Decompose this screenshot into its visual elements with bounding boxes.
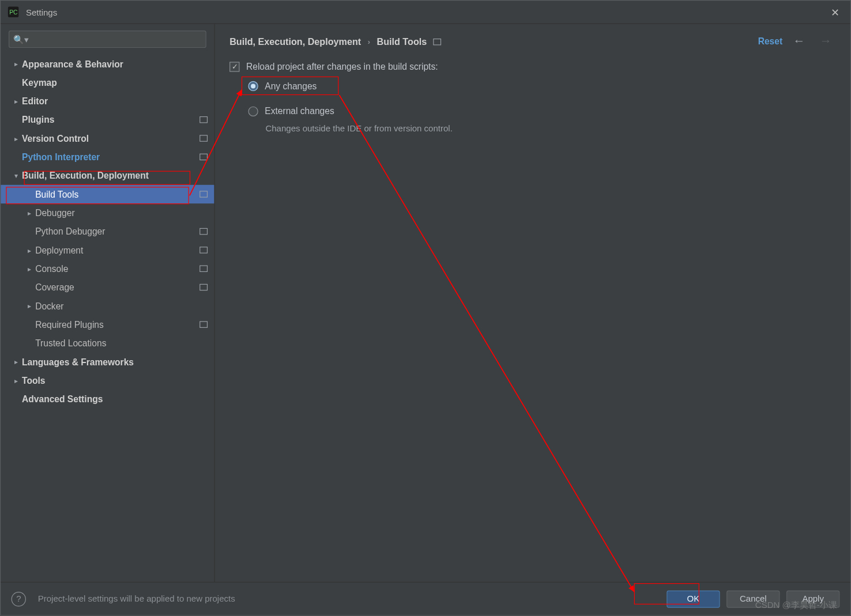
forward-icon: →	[816, 35, 836, 48]
breadcrumb-leaf: Build Tools	[376, 36, 427, 47]
tree-item[interactable]: ▸Coverage	[1, 278, 214, 296]
reload-checkbox[interactable]: ✓	[229, 62, 239, 71]
tree-item[interactable]: ▸Python Interpreter	[1, 148, 214, 166]
tree-item[interactable]: ▸Advanced Settings	[1, 390, 214, 408]
tree-item-label: Version Control	[22, 133, 195, 143]
search-field[interactable]	[31, 34, 201, 44]
tree-item[interactable]: ▸Docker	[1, 297, 214, 315]
sidebar: 🔍▾ ▸Appearance & Behavior▸Keymap▸Editor▸…	[1, 24, 215, 582]
project-scope-icon	[434, 38, 442, 45]
radio-external-label[interactable]: External changes	[265, 106, 334, 116]
tree-item[interactable]: ▸Debugger	[1, 203, 214, 222]
tree-item[interactable]: ▸Console	[1, 259, 214, 278]
ok-button[interactable]: OK	[667, 590, 720, 607]
reload-checkbox-label: Reload project after changes in the buil…	[246, 62, 438, 71]
chevron-right-icon: ▸	[10, 97, 22, 105]
external-hint: Changes outside the IDE or from version …	[265, 124, 835, 134]
chevron-right-icon: ▸	[10, 135, 22, 142]
tree-item-label: Debugger	[35, 208, 208, 218]
project-scope-icon	[199, 228, 208, 235]
tree-item[interactable]: ▾Build, Execution, Deployment	[1, 167, 214, 185]
tree-item[interactable]: ▸Plugins	[1, 111, 214, 129]
help-icon[interactable]: ?	[12, 591, 26, 606]
tree-item-label: Deployment	[35, 245, 195, 255]
tree-item-label: Editor	[22, 96, 208, 106]
chevron-right-icon: ›	[368, 37, 370, 46]
breadcrumb-root[interactable]: Build, Execution, Deployment	[229, 36, 361, 47]
radio-any-changes[interactable]	[248, 81, 258, 90]
radio-external-changes[interactable]	[248, 106, 258, 116]
tree-item-label: Trusted Locations	[35, 338, 208, 348]
tree-item[interactable]: ▸Trusted Locations	[1, 334, 214, 352]
tree-item[interactable]: ▸Languages & Frameworks	[1, 353, 214, 371]
breadcrumb: Build, Execution, Deployment › Build Too…	[229, 36, 751, 47]
chevron-right-icon: ▸	[10, 358, 22, 365]
tree-item-label: Coverage	[35, 282, 195, 292]
window-title: Settings	[26, 7, 827, 17]
tree-item-label: Plugins	[22, 115, 195, 124]
project-scope-icon	[199, 284, 208, 291]
settings-window: PC Settings ✕ 🔍▾ ▸Appearance & Behavior▸…	[0, 0, 851, 616]
tree-item-label: Languages & Frameworks	[22, 357, 208, 366]
tree-item-label: Python Debugger	[35, 226, 195, 236]
project-scope-icon	[199, 191, 208, 198]
back-icon[interactable]: ←	[789, 35, 809, 48]
tree-item-label: Build Tools	[35, 189, 195, 199]
tree-item[interactable]: ▸Deployment	[1, 241, 214, 259]
tree-item-label: Tools	[22, 375, 208, 385]
search-icon: 🔍▾	[13, 34, 29, 44]
body: 🔍▾ ▸Appearance & Behavior▸Keymap▸Editor▸…	[1, 24, 850, 582]
project-scope-icon	[199, 265, 208, 272]
tree-item-label: Appearance & Behavior	[22, 59, 208, 69]
project-scope-icon	[199, 247, 208, 254]
chevron-right-icon: ▸	[23, 209, 35, 217]
close-icon[interactable]: ✕	[827, 5, 844, 20]
chevron-right-icon: ▸	[10, 60, 22, 67]
tree-item[interactable]: ▸Required Plugins	[1, 315, 214, 334]
settings-tree[interactable]: ▸Appearance & Behavior▸Keymap▸Editor▸Plu…	[1, 52, 214, 582]
search-input[interactable]: 🔍▾	[9, 31, 206, 48]
tree-item[interactable]: ▸Appearance & Behavior	[1, 55, 214, 73]
tree-item-label: Advanced Settings	[22, 394, 208, 404]
chevron-right-icon: ▸	[23, 302, 35, 309]
tree-item[interactable]: ▸Keymap	[1, 73, 214, 92]
tree-item-label: Python Interpreter	[22, 152, 195, 162]
tree-item[interactable]: ▸Tools	[1, 371, 214, 390]
project-scope-icon	[199, 116, 208, 123]
footer-message: Project-level settings will be applied t…	[33, 594, 660, 604]
chevron-right-icon: ▸	[23, 247, 35, 254]
chevron-right-icon: ▸	[23, 265, 35, 273]
project-scope-icon	[199, 321, 208, 328]
tree-item-label: Required Plugins	[35, 319, 195, 329]
radio-any-label[interactable]: Any changes	[265, 81, 317, 90]
titlebar: PC Settings ✕	[1, 1, 850, 24]
footer: ? Project-level settings will be applied…	[1, 582, 850, 615]
tree-item[interactable]: ▸Editor	[1, 92, 214, 110]
tree-item-label: Build, Execution, Deployment	[22, 171, 208, 180]
project-scope-icon	[199, 135, 208, 142]
tree-item[interactable]: ▸Version Control	[1, 129, 214, 148]
settings-form: ✓ Reload project after changes in the bu…	[229, 48, 835, 134]
project-scope-icon	[199, 154, 208, 161]
tree-item-label: Docker	[35, 301, 208, 311]
tree-item[interactable]: ▸Python Debugger	[1, 222, 214, 240]
svg-text:PC: PC	[9, 9, 18, 16]
tree-item[interactable]: ▸Build Tools	[1, 185, 214, 203]
app-icon: PC	[7, 6, 20, 18]
chevron-right-icon: ▸	[10, 377, 22, 384]
reset-link[interactable]: Reset	[758, 36, 782, 46]
tree-item-label: Keymap	[22, 77, 208, 87]
watermark: CSDN @李昊哲-小课	[755, 599, 837, 611]
content-panel: Build, Execution, Deployment › Build Too…	[215, 24, 850, 582]
tree-item-label: Console	[35, 264, 195, 274]
chevron-down-icon: ▾	[10, 172, 22, 179]
